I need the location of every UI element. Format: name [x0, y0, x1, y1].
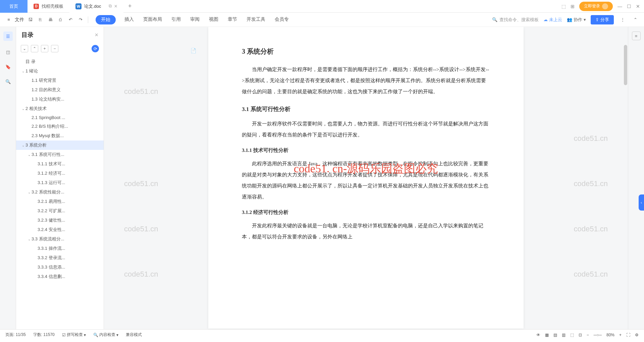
toc-list: 目 录⌄ 1 绪论 1.1 研究背景 1.2 目的和意义 1.3 论文结构安..… — [16, 56, 104, 329]
ribbon-tab-reference[interactable]: 引用 — [171, 15, 181, 24]
tab-document[interactable]: W 论文.doc ⧉× — [69, 0, 123, 13]
toc-item[interactable]: 3.3.1 操作流... — [16, 244, 104, 253]
view-outline-icon[interactable]: ▥ — [562, 333, 566, 337]
avatar-icon — [602, 3, 608, 9]
side-tab[interactable]: ‹ — [639, 194, 644, 211]
toc-panel: 目录× ⌄ ⌃ + − ⟳ 目 录⌄ 1 绪论 1.1 研究背景 1.2 目的和… — [16, 27, 104, 329]
toc-item[interactable]: ⌄ 3.1 系统可行性... — [16, 150, 104, 159]
status-bar: 页面: 11/35 字数: 11570 ☑ 拼写检查 ▾ 🔍 内容检查 ▾ 兼容… — [0, 329, 644, 340]
toc-item[interactable]: ⌄ 1 绪论 — [16, 66, 104, 76]
close-tab-icon[interactable]: × — [114, 3, 117, 9]
toc-item[interactable]: 3.2.3 健壮性... — [16, 216, 104, 225]
toc-item[interactable]: ⌄ 3.3 系统流程分... — [16, 234, 104, 244]
ribbon-tab-devtools[interactable]: 开发工具 — [246, 15, 266, 24]
toc-item[interactable]: 2.2 B/S 结构介绍... — [16, 122, 104, 131]
export-icon[interactable]: ⎘ — [36, 16, 44, 24]
toc-item[interactable]: 3.2.1 易用性... — [16, 197, 104, 206]
view-read-icon[interactable]: 👁 — [536, 333, 540, 337]
document-canvas[interactable]: 📄 3 系统分析 当用户确定开发一款程序时，是需要遵循下面的顺序进行工作，概括为… — [104, 27, 628, 329]
ribbon-tab-start[interactable]: 开始 — [96, 15, 116, 24]
ribbon-tab-review[interactable]: 审阅 — [190, 15, 200, 24]
toc-item[interactable]: 目 录 — [16, 57, 104, 66]
menu-icon[interactable]: ≡ — [5, 16, 13, 24]
share-button[interactable]: ⇪ 分享 — [591, 15, 614, 24]
find-icon[interactable]: 🔍 — [4, 78, 12, 85]
collapse-ribbon-icon[interactable]: ⌃ — [631, 16, 639, 24]
command-search[interactable]: 🔍查找命令、搜索模板 — [492, 17, 539, 23]
view-print-icon[interactable]: ▦ — [545, 333, 549, 337]
cloud-status[interactable]: ☁ 未上云 — [543, 17, 562, 23]
toc-item[interactable]: 3.2.2 可扩展... — [16, 206, 104, 216]
toc-item[interactable]: 3.1.1 技术可... — [16, 159, 104, 169]
toc-item[interactable]: ⌄ 3 系统分析 — [16, 140, 104, 150]
remove-level-icon[interactable]: − — [51, 45, 58, 52]
zoom-fit-icon[interactable]: ⊡ — [579, 333, 582, 337]
expand-all-icon[interactable]: ⌃ — [31, 45, 38, 52]
toc-item[interactable]: 3.3.2 登录流... — [16, 253, 104, 263]
toc-item[interactable]: 1.1 研究背景 — [16, 76, 104, 85]
save-icon[interactable]: 🖫 — [26, 16, 34, 24]
ribbon-tab-chapter[interactable]: 章节 — [227, 15, 238, 24]
toc-item[interactable]: 1.3 论文结构安... — [16, 95, 104, 104]
toc-item[interactable]: ⌄ 3.2 系统性能分... — [16, 187, 104, 197]
title-bar: 首页 D找稻壳模板 W 论文.doc ⧉× + ⬚ ⊞ 立即登录 — ☐ ✕ — [0, 0, 644, 13]
redo-icon[interactable]: ↷ — [76, 16, 85, 24]
compat-mode[interactable]: 兼容模式 — [126, 332, 142, 338]
layout-icon[interactable]: ⬚ — [561, 4, 566, 9]
collapse-all-icon[interactable]: ⌄ — [21, 45, 28, 52]
watermark: code51.cn — [574, 179, 608, 188]
toc-item[interactable]: 3.3.4 信息删... — [16, 272, 104, 281]
apps-icon[interactable]: ⊞ — [571, 4, 575, 9]
close-window-icon[interactable]: ✕ — [636, 4, 640, 9]
toc-item[interactable]: 2.3 Mysql 数据... — [16, 131, 104, 140]
toc-item[interactable]: 3.2.4 安全性... — [16, 225, 104, 234]
login-button[interactable]: 立即登录 — [579, 2, 613, 11]
add-level-icon[interactable]: + — [41, 45, 48, 52]
outline-icon[interactable]: ☰ — [3, 32, 13, 41]
maximize-icon[interactable]: ☐ — [627, 4, 631, 9]
undo-icon[interactable]: ↶ — [66, 16, 74, 24]
zoom-slider[interactable]: ─○─ — [594, 333, 602, 337]
fullscreen-icon[interactable]: ⛶ — [626, 333, 630, 337]
zoom-out-icon[interactable]: − — [587, 333, 589, 337]
preview-icon[interactable]: ⎙ — [56, 16, 64, 24]
toc-item[interactable]: ⌄ 2 相关技术 — [16, 104, 104, 113]
zoom-in-icon[interactable]: + — [619, 333, 622, 337]
minimize-icon[interactable]: — — [618, 4, 622, 9]
close-toc-icon[interactable]: × — [95, 32, 98, 39]
word-count[interactable]: 字数: 11570 — [33, 332, 55, 338]
ribbon-tab-layout[interactable]: 页面布局 — [143, 15, 163, 24]
tab-find-template[interactable]: D找稻壳模板 — [28, 0, 69, 13]
bookmark-icon[interactable]: 🔖 — [4, 63, 12, 70]
page-indicator[interactable]: 页面: 11/35 — [5, 332, 26, 338]
tab-home[interactable]: 首页 — [0, 0, 28, 13]
left-sidebar: ☰ ◫ 🔖 🔍 — [0, 27, 16, 329]
view-mode-icon[interactable]: ⬚ — [570, 333, 574, 337]
panel-toggle-icon[interactable]: ≡ — [632, 32, 641, 40]
paragraph: 此程序选用的开发语言是 Java，这种编程语言有着丰富的数据类型，在指令控制语句… — [242, 158, 490, 203]
ribbon-tab-view[interactable]: 视图 — [208, 15, 219, 24]
print-icon[interactable]: 🖶 — [46, 16, 54, 24]
ribbon-tab-insert[interactable]: 插入 — [124, 15, 135, 24]
toc-item[interactable]: 3.1.3 运行可... — [16, 178, 104, 187]
refresh-toc-icon[interactable]: ⟳ — [92, 45, 99, 52]
new-tab-button[interactable]: + — [123, 0, 137, 13]
zoom-level[interactable]: 80% — [606, 333, 614, 337]
settings-icon[interactable]: ⚙ — [635, 333, 639, 337]
more-icon[interactable]: ⋮ — [619, 16, 627, 24]
toc-item[interactable]: 1.2 目的和意义 — [16, 85, 104, 95]
toc-item[interactable]: 2.1 SpringBoot ... — [16, 113, 104, 122]
tab-split-icon[interactable]: ⧉ — [109, 3, 112, 9]
file-menu[interactable]: 文件 — [15, 17, 24, 23]
collaborate-button[interactable]: 👥 协作 ▾ — [567, 17, 586, 23]
spell-check[interactable]: ☑ 拼写检查 ▾ — [62, 332, 86, 338]
page-action-icon[interactable]: 📄 — [190, 47, 197, 54]
view-web-icon[interactable]: ▤ — [553, 333, 557, 337]
nav-icon[interactable]: ◫ — [4, 48, 12, 56]
ribbon-tab-member[interactable]: 会员专 — [274, 15, 289, 24]
toc-item[interactable]: 3.3.3 信息添... — [16, 263, 104, 272]
content-check[interactable]: 🔍 内容检查 ▾ — [93, 332, 118, 338]
scrollbar-thumb[interactable] — [624, 45, 627, 85]
document-page[interactable]: 📄 3 系统分析 当用户确定开发一款程序时，是需要遵循下面的顺序进行工作，概括为… — [208, 27, 524, 329]
toc-item[interactable]: 3.1.2 经济可... — [16, 169, 104, 178]
